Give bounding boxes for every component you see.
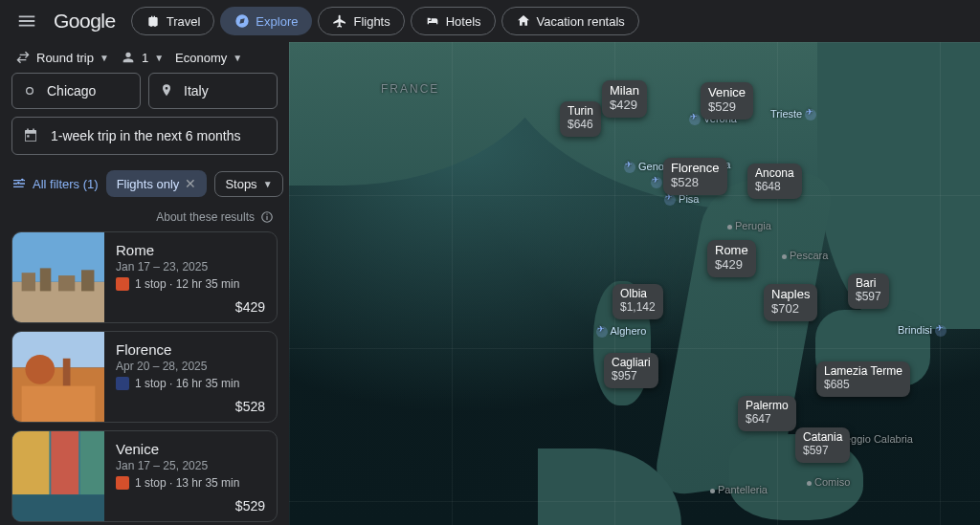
- svg-point-0: [27, 88, 33, 95]
- result-card[interactable]: VeniceJan 17 – 25, 20251 stop · 13 hr 35…: [11, 430, 278, 522]
- result-meta: 1 stop · 12 hr 35 min: [116, 277, 265, 291]
- svg-rect-17: [51, 431, 78, 494]
- tab-label: Flights: [353, 14, 390, 29]
- cabin-label: Economy: [175, 51, 227, 65]
- tab-label: Explore: [256, 14, 298, 29]
- price-tag-palermo[interactable]: Palermo$647: [738, 396, 796, 431]
- date-value: 1-week trip in the next 6 months: [51, 128, 240, 143]
- tab-vacation-rentals[interactable]: Vacation rentals: [501, 7, 639, 35]
- header: Google Travel Explore Flights Hotels Vac…: [0, 0, 980, 42]
- tab-flights[interactable]: Flights: [318, 7, 404, 35]
- result-dates: Apr 20 – 28, 2025: [116, 360, 265, 373]
- svg-rect-2: [266, 216, 267, 220]
- result-card[interactable]: RomeJan 17 – 23, 20251 stop · 12 hr 35 m…: [11, 231, 278, 323]
- svg-rect-10: [12, 332, 104, 367]
- chevron-down-icon: ▼: [233, 53, 242, 63]
- result-city: Rome: [116, 242, 265, 258]
- tab-label: Vacation rentals: [537, 14, 625, 29]
- price-tag-cagliari[interactable]: Cagliari$957: [604, 353, 658, 388]
- tab-hotels[interactable]: Hotels: [411, 7, 496, 35]
- result-dates: Jan 17 – 23, 2025: [116, 260, 265, 273]
- airline-icon: [116, 277, 129, 291]
- result-price: $429: [235, 299, 265, 315]
- plane-icon: [805, 109, 816, 120]
- person-icon: [121, 50, 136, 65]
- tab-travel[interactable]: Travel: [131, 7, 215, 35]
- date-input[interactable]: 1-week trip in the next 6 months: [11, 117, 278, 155]
- city-dot-icon: [710, 489, 715, 493]
- price-tag-bari[interactable]: Bari$597: [848, 273, 889, 309]
- result-meta: 1 stop · 13 hr 35 min: [116, 476, 265, 490]
- price-tag-ancona[interactable]: Ancona$648: [747, 164, 802, 199]
- filters-bar: All filters (1) Flights only ✕ Stops ▼ P…: [0, 164, 289, 207]
- price-tag-naples[interactable]: Naples$702: [764, 284, 817, 321]
- map[interactable]: FRANCE Genoa Lagna VeronaTrieste PisaPer…: [289, 42, 980, 525]
- svg-rect-19: [12, 494, 104, 521]
- country-label-france: FRANCE: [381, 82, 439, 96]
- chip-flights-only[interactable]: Flights only ✕: [106, 170, 208, 197]
- sidebar: Round trip ▼ 1 ▼ Economy ▼ Chicago: [0, 42, 289, 525]
- airline-icon: [116, 476, 129, 490]
- city-dot-icon: [782, 254, 787, 259]
- nav-tabs: Travel Explore Flights Hotels Vacation r…: [131, 7, 639, 35]
- destination-value: Italy: [184, 83, 209, 98]
- results-list: RomeJan 17 – 23, 20251 stop · 12 hr 35 m…: [0, 231, 289, 525]
- close-icon[interactable]: ✕: [185, 176, 196, 191]
- circle-icon: [22, 83, 37, 98]
- airline-icon: [116, 377, 129, 390]
- explore-icon: [234, 13, 250, 29]
- result-card[interactable]: FlorenceApr 20 – 28, 20251 stop · 16 hr …: [11, 331, 278, 423]
- plane-icon: [624, 162, 635, 173]
- price-tag-florence[interactable]: Florence$528: [663, 158, 727, 195]
- chip-label: Stops: [225, 177, 256, 191]
- svg-point-12: [25, 355, 55, 384]
- result-city: Florence: [116, 341, 265, 358]
- cabin-select[interactable]: Economy ▼: [175, 51, 242, 65]
- calendar-icon: [22, 127, 39, 144]
- map-city-pisa[interactable]: Pisa: [664, 193, 699, 206]
- map-city-pantelleria[interactable]: Pantelleria: [710, 484, 768, 495]
- tab-explore[interactable]: Explore: [220, 7, 312, 35]
- destination-input[interactable]: Italy: [148, 73, 278, 109]
- all-filters-button[interactable]: All filters (1): [11, 176, 99, 191]
- logo[interactable]: Google: [54, 10, 123, 33]
- price-tag-lamezia-terme[interactable]: Lamezia Terme$685: [816, 361, 910, 397]
- svg-rect-3: [266, 214, 267, 215]
- about-label: About these results: [156, 210, 255, 224]
- result-thumb: [12, 332, 104, 422]
- price-tag-olbia[interactable]: Olbia$1,142: [612, 284, 663, 319]
- map-city-pescara[interactable]: Pescara: [782, 250, 828, 261]
- svg-rect-14: [22, 386, 96, 422]
- result-meta: 1 stop · 16 hr 35 min: [116, 377, 265, 390]
- passengers-select[interactable]: 1 ▼: [121, 50, 164, 65]
- trip-type-select[interactable]: Round trip ▼: [15, 50, 109, 65]
- plane-icon: [664, 194, 676, 206]
- passengers-label: 1: [142, 51, 148, 65]
- pin-icon: [159, 83, 174, 98]
- house-icon: [516, 13, 531, 29]
- map-city-perugia[interactable]: Perugia: [727, 220, 771, 231]
- map-city-brindisi[interactable]: Brindisi: [898, 324, 947, 337]
- plane-icon: [689, 114, 701, 125]
- all-filters-label: All filters (1): [33, 177, 99, 191]
- result-thumb: [12, 431, 104, 521]
- price-tag-turin[interactable]: Turin$646: [560, 101, 601, 137]
- plane-icon: [596, 326, 608, 338]
- price-tag-catania[interactable]: Catania$597: [795, 427, 850, 463]
- about-results[interactable]: About these results: [0, 207, 289, 231]
- price-tag-milan[interactable]: Milan$429: [602, 80, 647, 118]
- chip-stops[interactable]: Stops ▼: [214, 171, 282, 197]
- origin-input[interactable]: Chicago: [11, 73, 141, 109]
- result-thumb: [12, 232, 104, 322]
- tune-icon: [11, 176, 27, 191]
- price-tag-rome[interactable]: Rome$429: [707, 240, 756, 277]
- city-dot-icon: [727, 225, 732, 230]
- result-city: Venice: [116, 441, 265, 457]
- price-tag-venice[interactable]: Venice$529: [701, 82, 753, 120]
- map-city-trieste[interactable]: Trieste: [770, 108, 816, 120]
- svg-rect-13: [63, 359, 71, 386]
- luggage-icon: [145, 13, 161, 29]
- map-city-alghero[interactable]: Alghero: [596, 325, 646, 338]
- hamburger-menu[interactable]: [8, 2, 46, 40]
- map-city-comiso[interactable]: Comiso: [807, 476, 850, 488]
